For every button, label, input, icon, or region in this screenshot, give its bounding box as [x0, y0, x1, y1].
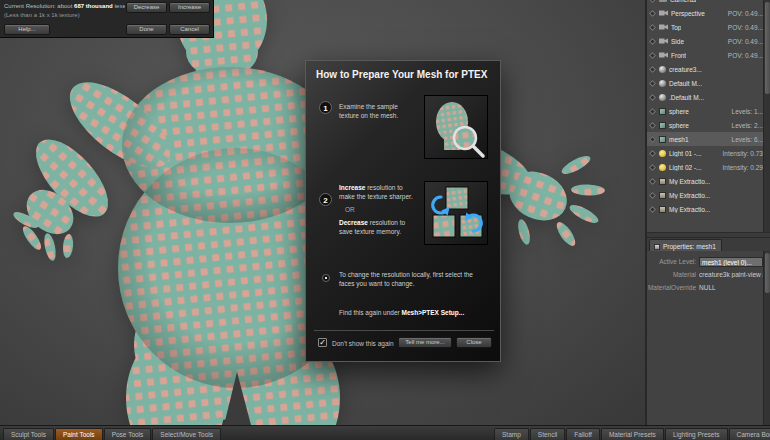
close-button[interactable]: Close [456, 337, 492, 348]
dialog-divider [314, 330, 494, 331]
object-value: POV: 0.49... [728, 10, 763, 17]
help-button[interactable]: Help... [4, 24, 50, 35]
increase-button[interactable]: Increase [169, 2, 210, 13]
object-type-icon [659, 136, 666, 143]
object-list-item[interactable]: Light 01 -... Intensity: 0.73 [647, 146, 765, 160]
object-name: Top [671, 24, 681, 31]
preset-tray-tab[interactable]: Material Presets [601, 428, 664, 440]
object-list-item[interactable]: creature3... [647, 62, 765, 76]
visibility-diamond-icon[interactable] [649, 205, 656, 212]
tool-tray-tab[interactable]: Select/Move Tools [152, 428, 221, 440]
object-type-icon [659, 94, 666, 101]
or-text: OR [345, 205, 413, 214]
object-list-item[interactable]: My Extractio... [647, 174, 765, 188]
object-type-icon [659, 38, 668, 45]
object-value: POV: 0.49... [728, 24, 763, 31]
visibility-diamond-icon[interactable] [649, 51, 656, 58]
properties-tab[interactable]: Properties: mesh1 [649, 239, 722, 251]
object-name: sphere [669, 122, 689, 129]
visibility-diamond-icon[interactable] [649, 191, 656, 198]
properties-panel: Active Level: mesh1 (level 0)... Materia… [647, 251, 770, 425]
preset-tray-tab[interactable]: Camera Bookmarks [729, 428, 770, 440]
object-list-item[interactable]: Front POV: 0.49... [647, 48, 765, 62]
done-button[interactable]: Done [126, 24, 167, 35]
step-1-text: Examine the sample texture on the mesh. [339, 102, 413, 120]
dont-show-checkbox[interactable] [318, 338, 327, 347]
visibility-diamond-icon[interactable] [649, 37, 656, 44]
object-value: Intensity: 0.29 [723, 164, 763, 171]
property-label: Material [647, 271, 699, 278]
object-type-icon [659, 0, 667, 2]
preset-tray-tab[interactable]: Stencil [530, 428, 566, 440]
dont-show-label: Don't show this again [332, 340, 394, 347]
preset-tray-tabs: Stamp Stencil Falloff Material Presets L… [494, 428, 770, 440]
property-value[interactable]: creature3k paint-view (2loud,0w... [699, 271, 763, 278]
tool-tray-tab[interactable]: Sculpt Tools [3, 428, 54, 440]
visibility-diamond-icon[interactable] [649, 149, 656, 156]
visibility-diamond-icon[interactable] [649, 65, 656, 72]
properties-tab-row: Properties: mesh1 [647, 238, 770, 251]
visibility-diamond-icon[interactable] [649, 9, 656, 16]
object-value: Levels: 2... [732, 122, 763, 129]
object-value: Intensity: 0.73 [723, 150, 763, 157]
object-list-item[interactable]: My Extractio... [647, 188, 765, 202]
property-row: Material creature3k paint-view (2loud,0w… [647, 268, 770, 281]
tool-tray-tab[interactable]: Paint Tools [55, 428, 103, 440]
object-name: Front [671, 52, 686, 59]
properties-scrollbar[interactable] [763, 251, 770, 425]
object-value: POV: 0.49... [728, 38, 763, 45]
property-row: MaterialOverride NULL [647, 281, 770, 294]
visibility-diamond-icon[interactable] [649, 93, 656, 100]
object-list-item[interactable]: My Extractio... [647, 202, 765, 216]
object-list-item[interactable]: Default M... [647, 76, 765, 90]
visibility-diamond-icon[interactable] [649, 0, 656, 3]
step-3-text: To change the resolution locally, first … [339, 270, 489, 288]
preset-tray-tab[interactable]: Stamp [494, 428, 529, 440]
visibility-diamond-icon[interactable] [649, 121, 656, 128]
object-list-scrollbar[interactable] [763, 0, 770, 232]
visibility-diamond-icon[interactable] [649, 177, 656, 184]
tell-me-more-button[interactable]: Tell me more... [398, 337, 452, 348]
preset-tray-tab[interactable]: Lighting Presets [665, 428, 728, 440]
tray-tab-bar: Sculpt Tools Paint Tools Pose Tools Sele… [0, 425, 770, 440]
scrollbar-thumb[interactable] [765, 2, 770, 94]
find-again-text: Find this again under Mesh>PTEX Setup... [339, 308, 494, 317]
preset-tray-tab[interactable]: Falloff [566, 428, 600, 440]
object-list-item[interactable]: Side POV: 0.49... [647, 34, 765, 48]
tool-tray-tab[interactable]: Pose Tools [104, 428, 152, 440]
visibility-diamond-icon[interactable] [649, 23, 656, 30]
object-list-item[interactable]: sphere Levels: 2... [647, 118, 765, 132]
cancel-button[interactable]: Cancel [169, 24, 210, 35]
properties-icon [654, 244, 660, 250]
property-row: Active Level: mesh1 (level 0)... [647, 255, 770, 268]
ptex-resolution-panel: Current Resolution: about 687 thousand t… [0, 0, 214, 38]
object-name: Default M... [669, 80, 702, 87]
scrollbar-thumb[interactable] [765, 253, 770, 293]
property-value[interactable]: mesh1 (level 0)... [699, 257, 763, 267]
object-list-item[interactable]: .Default M... [647, 90, 765, 104]
object-type-icon [659, 10, 668, 17]
step-3-bullet-icon [322, 274, 330, 282]
object-list-item[interactable]: mesh1 Levels: 6... [647, 132, 765, 146]
object-value: Levels: 1... [732, 108, 763, 115]
object-list-item[interactable]: Light 02 -... Intensity: 0.29 [647, 160, 765, 174]
resolution-subtext: (Less than a 1k x 1k texture) [4, 12, 80, 18]
step-1-number: 1 [319, 101, 332, 114]
decrease-button[interactable]: Decrease [126, 2, 167, 13]
visibility-diamond-icon[interactable] [649, 107, 656, 114]
step-1-illustration [424, 95, 488, 159]
object-list-item[interactable]: sphere Levels: 1... [647, 104, 765, 118]
object-name: My Extractio... [669, 206, 710, 213]
object-type-icon [659, 164, 666, 171]
object-type-icon [659, 108, 666, 115]
3d-viewport[interactable]: Current Resolution: about 687 thousand t… [0, 0, 645, 425]
visibility-diamond-icon[interactable] [649, 163, 656, 170]
object-value: POV: 0.49... [728, 52, 763, 59]
object-list-item[interactable]: Top POV: 0.49... [647, 20, 765, 34]
visibility-diamond-icon[interactable] [649, 135, 656, 142]
increase-keyword: Increase [339, 184, 365, 191]
property-value[interactable]: NULL [699, 284, 763, 291]
visibility-diamond-icon[interactable] [649, 79, 656, 86]
object-list-item[interactable]: Perspective POV: 0.49... [647, 6, 765, 20]
object-name: Light 01 -... [669, 150, 702, 157]
